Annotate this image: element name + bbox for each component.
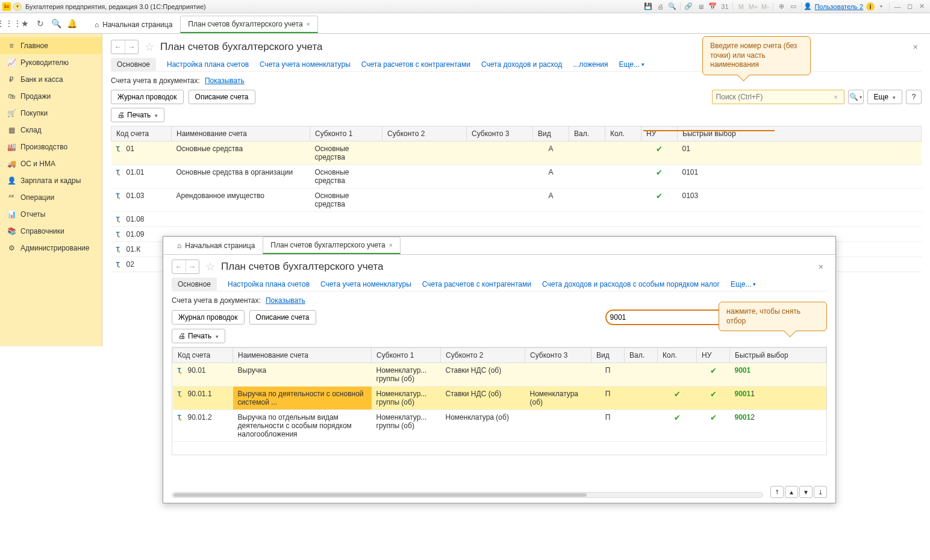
col-header[interactable]: Субконто 3 <box>467 126 533 142</box>
search-clear-icon[interactable]: × <box>831 93 840 101</box>
subtab-0[interactable]: Основное <box>111 58 156 71</box>
col-header[interactable]: Код счета <box>111 126 172 142</box>
w2-nav-up-icon[interactable]: ▲ <box>785 486 798 498</box>
subtab-more[interactable]: Еще... <box>731 280 756 288</box>
search-find-button[interactable]: 🔍 <box>848 90 864 104</box>
tb-save-icon[interactable]: 💾 <box>643 1 654 12</box>
tab-close-icon[interactable]: × <box>307 20 310 28</box>
help-button[interactable]: ? <box>906 90 922 104</box>
col-header[interactable]: Наименование счета <box>172 126 310 142</box>
sidebar-item-0[interactable]: ≡Главное <box>0 37 102 54</box>
tab-close-icon[interactable]: × <box>389 241 393 249</box>
sidebar-item-1[interactable]: 📈Руководителю <box>0 54 102 71</box>
w2-journal-button[interactable]: Журнал проводок <box>172 310 245 325</box>
apps-icon[interactable]: ⋮⋮⋮ <box>4 18 14 29</box>
tb-calendar-icon[interactable]: 📅 <box>707 1 718 12</box>
w2-tab-plan[interactable]: План счетов бухгалтерского учета × <box>263 237 401 254</box>
favorite-star-icon[interactable]: ☆ <box>145 40 154 54</box>
sidebar-item-10[interactable]: 📊Отчеты <box>0 206 102 223</box>
table-row[interactable]: T 90.01.1Выручка по деятельности с основ… <box>173 387 826 410</box>
w2-nav-last-icon[interactable]: ⤓ <box>814 486 827 498</box>
subtab-3[interactable]: Счета расчетов с контрагентами <box>361 58 470 71</box>
tb-info-dd-icon[interactable]: ▾ <box>876 1 887 12</box>
more-button[interactable]: Еще <box>867 90 902 104</box>
table-row[interactable]: T 01.03Арендованное имуществоОсновные ср… <box>111 188 922 212</box>
col-header[interactable]: Субконто 1 <box>372 348 441 363</box>
col-header[interactable]: Быстрый выбор <box>730 348 826 363</box>
tb-m-icon[interactable]: M <box>735 1 746 12</box>
journal-button[interactable]: Журнал проводок <box>111 90 184 104</box>
w2-search-input[interactable] <box>610 313 737 322</box>
tb-panel-icon[interactable]: ▭ <box>788 1 799 12</box>
w2-nav-back-icon[interactable]: ← <box>172 260 186 273</box>
w2-nav-down-icon[interactable]: ▼ <box>799 486 813 498</box>
w2-filter-link[interactable]: Показывать <box>266 296 305 305</box>
history-icon[interactable]: ↻ <box>35 18 46 29</box>
tb-link-icon[interactable]: 🔗 <box>683 1 694 12</box>
sidebar-item-7[interactable]: 🚚ОС и НМА <box>0 155 102 172</box>
nav-fwd-icon[interactable]: → <box>125 40 138 54</box>
search-input-wrap[interactable]: × <box>712 90 844 104</box>
subtab-3[interactable]: Счета расчетов с контрагентами <box>422 278 531 291</box>
subtab-4[interactable]: Счета доходов и расходов с особым порядк… <box>542 278 720 291</box>
col-header[interactable]: Вал. <box>625 348 658 363</box>
search-input[interactable] <box>716 93 832 101</box>
print-button[interactable]: 🖨Печать <box>111 108 164 122</box>
w2-hscrollbar[interactable] <box>172 492 763 498</box>
window-restore-icon[interactable]: ◻ <box>904 1 915 12</box>
subtab-overflow[interactable]: ...ложения <box>573 58 608 71</box>
subtab-1[interactable]: Настройка плана счетов <box>167 58 249 71</box>
w2-page-close-icon[interactable]: × <box>815 261 827 273</box>
table-row[interactable]: T 01Основные средстваОсновные средстваА✔… <box>111 142 922 165</box>
col-header[interactable]: Кол. <box>605 126 641 142</box>
nav-back-icon[interactable]: ← <box>111 40 125 54</box>
sidebar-item-8[interactable]: 👤Зарплата и кадры <box>0 172 102 189</box>
col-header[interactable]: Субконто 3 <box>525 348 591 363</box>
subtab-1[interactable]: Настройка плана счетов <box>228 278 310 291</box>
tb-print-icon[interactable]: 🖨 <box>655 1 666 12</box>
col-header[interactable]: Наименование счета <box>233 348 372 363</box>
sidebar-item-9[interactable]: ᴬᴷОперации <box>0 189 102 206</box>
tb-preview-icon[interactable]: 🔍 <box>667 1 678 12</box>
col-header[interactable]: Вал. <box>569 126 605 142</box>
table-row[interactable]: T 01.01Основные средства в организацииОс… <box>111 165 922 188</box>
w2-tab-home[interactable]: ⌂ Начальная страница <box>169 237 263 254</box>
w2-nav-first-icon[interactable]: ⤒ <box>770 486 784 498</box>
sidebar-item-4[interactable]: 🛒Покупки <box>0 105 102 122</box>
col-header[interactable]: НУ <box>641 126 678 142</box>
col-header[interactable]: Субконто 2 <box>382 126 467 142</box>
col-header[interactable]: НУ <box>697 348 730 363</box>
sidebar-item-5[interactable]: ▦Склад <box>0 122 102 138</box>
sidebar-item-2[interactable]: ₽Банк и касса <box>0 71 102 88</box>
w2-print-button[interactable]: 🖨Печать <box>172 329 225 343</box>
tb-mplus-icon[interactable]: M+ <box>747 1 758 12</box>
w2-nav-fwd-icon[interactable]: → <box>186 260 199 273</box>
table-row[interactable]: T 90.01ВыручкаНоменклатур... группы (об)… <box>173 363 826 387</box>
sidebar-item-6[interactable]: 🏭Производство <box>0 138 102 155</box>
subtab-more[interactable]: Еще... <box>619 60 644 69</box>
bell-icon[interactable]: 🔔 <box>66 18 77 29</box>
filter-link[interactable]: Показывать <box>205 76 245 85</box>
col-header[interactable]: Вид <box>591 348 625 363</box>
sidebar-item-12[interactable]: ⚙Администрирование <box>0 240 102 257</box>
user-link[interactable]: Пользователь 2 <box>814 3 863 10</box>
sidebar-item-11[interactable]: 📚Справочники <box>0 223 102 240</box>
table-row[interactable]: T 01.08 <box>111 212 922 227</box>
tab-plan[interactable]: План счетов бухгалтерского учета × <box>180 16 318 33</box>
window-minimize-icon[interactable]: — <box>892 1 903 12</box>
subtab-4[interactable]: Счета доходов и расход <box>481 58 562 71</box>
tb-date-icon[interactable]: 31 <box>719 1 730 12</box>
page-close-icon[interactable]: × <box>910 41 922 53</box>
col-header[interactable]: Субконто 2 <box>441 348 525 363</box>
tab-home[interactable]: ⌂ Начальная страница <box>87 16 180 33</box>
titlebar-dropdown-icon[interactable]: ▾ <box>13 2 22 11</box>
desc-button[interactable]: Описание счета <box>189 90 255 104</box>
tb-plus-icon[interactable]: ⊕ <box>776 1 787 12</box>
tb-calc-icon[interactable]: 🖥 <box>695 1 706 12</box>
subtab-2[interactable]: Счета учета номенклатуры <box>260 58 351 71</box>
subtab-0[interactable]: Основное <box>172 278 217 291</box>
tb-info-icon[interactable]: i <box>866 2 875 11</box>
col-header[interactable]: Код счета <box>173 348 233 363</box>
star-icon[interactable]: ★ <box>19 18 30 29</box>
window-close-icon[interactable]: ✕ <box>916 1 927 12</box>
